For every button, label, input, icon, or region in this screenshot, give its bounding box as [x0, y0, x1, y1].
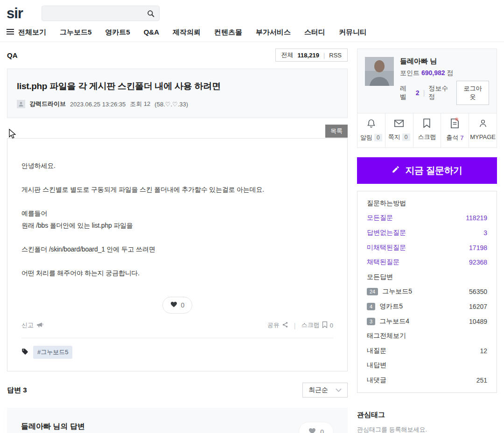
menu-label: 태그전체보기 — [367, 332, 406, 340]
nav-items: 그누보드5영카트5Q&A제작의뢰컨텐츠몰부가서비스스터디커뮤니티 — [60, 28, 367, 37]
menu-label: 그누보드5 — [382, 287, 412, 296]
sort-value: 최근순 — [308, 386, 328, 394]
bookmark-icon — [322, 321, 328, 329]
menu-count: 17198 — [469, 244, 487, 251]
report-button[interactable]: 신고 — [21, 321, 44, 329]
search-input[interactable] — [42, 9, 159, 17]
question-menu-item[interactable]: 태그전체보기 — [367, 328, 487, 343]
quick-alarm[interactable]: 알림0 — [357, 113, 385, 147]
share-button[interactable]: 공유 — [267, 321, 288, 329]
main-nav: 전체보기 그누보드5영카트5Q&A제작의뢰컨텐츠몰부가서비스스터디커뮤니티 — [0, 23, 504, 42]
hamburger-icon — [7, 28, 14, 36]
breadcrumb: QA — [7, 51, 18, 59]
search-box[interactable] — [42, 6, 160, 21]
nav-item[interactable]: 부가서비스 — [256, 28, 291, 37]
menu-count: 12 — [480, 347, 487, 355]
chevron-down-icon — [336, 386, 342, 394]
quick-scrap[interactable]: 스크랩 — [413, 113, 441, 147]
question-menu-item[interactable]: 모든질문 118219 — [367, 211, 487, 226]
like-count: 0 — [181, 301, 185, 309]
menu-label: 내답변 — [367, 361, 386, 370]
point-value: 690,982 — [421, 69, 445, 77]
menu-label: 채택된질문 — [367, 258, 399, 266]
question-menu-item[interactable]: 모든답변 — [367, 270, 487, 285]
search-icon[interactable] — [147, 9, 155, 20]
answer-count-badge: 4 — [367, 303, 375, 310]
separator: | — [423, 89, 425, 97]
interest-tags-empty: 관심태그를 등록해보세요. — [357, 426, 497, 433]
answer-count-badge: 24 — [367, 288, 378, 295]
question-menu-item[interactable]: 내댓글 251 — [367, 373, 487, 388]
menu-label: 답변없는질문 — [367, 229, 406, 237]
question-menu-item[interactable]: 채택된질문 92368 — [367, 255, 487, 270]
quick-mypage[interactable]: MYPAGE — [469, 113, 497, 147]
share-icon — [282, 321, 288, 329]
author-avatar-icon — [17, 100, 25, 108]
report-label: 신고 — [21, 321, 34, 329]
menu-label: 모든질문 — [367, 214, 393, 222]
ask-now-button[interactable]: 지금 질문하기 — [357, 157, 497, 184]
post-author[interactable]: 강력드라이브 — [29, 100, 66, 108]
logout-button[interactable]: 로그아웃 — [456, 81, 489, 105]
profile-name: 들레아빠 님 — [400, 57, 489, 66]
menu-label: 내질문 — [367, 347, 386, 355]
document-icon — [450, 122, 459, 130]
menu-count: 56350 — [469, 288, 487, 295]
nav-item[interactable]: 커뮤니티 — [339, 28, 367, 37]
menu-count: 10489 — [469, 318, 487, 325]
menu-label: 그누보드4 — [379, 317, 409, 326]
bookmark-icon — [423, 121, 431, 129]
question-menu-item[interactable]: 3 그누보드4 10489 — [367, 314, 487, 329]
sort-select[interactable]: 최근순 — [302, 383, 348, 398]
nav-item[interactable]: 스터디 — [304, 28, 325, 37]
menu-label: 영카트5 — [379, 302, 403, 311]
nav-item[interactable]: 컨텐츠몰 — [214, 28, 242, 37]
post-paragraph: 예를들어 — [21, 208, 333, 220]
profile-avatar[interactable] — [365, 57, 394, 86]
post-header: list.php 파일을 각 게시판 스킨폴더 내에 사용 하려면 강력드라이브… — [7, 69, 348, 118]
site-logo[interactable]: sir — [7, 6, 23, 21]
post-tag[interactable]: #그누보드5 — [33, 346, 72, 359]
person-icon — [478, 122, 488, 130]
question-menu-item[interactable]: 질문하는방법 — [367, 196, 487, 211]
menu-label: 질문하는방법 — [367, 199, 406, 208]
quick-attend[interactable]: 출석7 — [441, 113, 469, 147]
answer-like-count: 0 — [320, 428, 324, 433]
question-menu-item[interactable]: 24 그누보드5 56350 — [367, 285, 487, 300]
post-paragraphs: 안녕하세요.게시판 스킨별로 별도로 구동되게 파일을 스킨 폴더내에 추가할수… — [21, 160, 333, 279]
alarm-count: 0 — [374, 134, 382, 141]
scrap-button[interactable]: 스크랩 0 — [301, 321, 333, 329]
post-date: 2023.06.25 13:26:35 — [70, 101, 126, 108]
heart-icon — [308, 427, 316, 433]
question-menu-item[interactable]: 답변없는질문 3 — [367, 225, 487, 240]
post-paragraph — [21, 231, 333, 244]
tag-icon — [21, 348, 28, 357]
nav-item-all[interactable]: 전체보기 — [7, 28, 46, 37]
rss-link[interactable]: RSS — [329, 52, 342, 59]
quick-label: 알림 — [360, 133, 372, 142]
nav-item[interactable]: 제작의뢰 — [173, 28, 201, 37]
like-button[interactable]: 0 — [162, 297, 193, 314]
menu-count: 92368 — [469, 258, 487, 266]
quick-memo[interactable]: 쪽지0 — [385, 113, 413, 147]
total-count: 118,219 — [298, 52, 319, 59]
nav-item[interactable]: Q&A — [144, 28, 159, 37]
quick-label: 쪽지 — [388, 133, 400, 141]
post-paragraph: 스킨폴더 /skin/board/board_1 안에 두고 쓰려면 — [21, 244, 333, 256]
post-paragraph — [21, 172, 333, 184]
edit-info-link[interactable]: 정보수정 — [428, 84, 453, 101]
question-menu-item[interactable]: 내답변 — [367, 358, 487, 373]
separator: | — [294, 321, 296, 329]
question-menu-item[interactable]: 4 영카트5 16207 — [367, 299, 487, 314]
question-menu-item[interactable]: 미채택된질문 17198 — [367, 240, 487, 255]
nav-item[interactable]: 그누보드5 — [60, 28, 91, 37]
level-value: 2 — [416, 89, 420, 97]
point-unit: 점 — [447, 69, 453, 77]
mail-icon — [394, 121, 404, 129]
menu-count: 251 — [476, 377, 487, 384]
nav-item[interactable]: 영카트5 — [105, 28, 130, 37]
answer-like-button[interactable]: 0 — [299, 422, 334, 433]
post-paragraph: 원래 /bbs 폴더안에 있는 list.php 파일을 — [21, 220, 333, 232]
list-button[interactable]: 목록 — [325, 125, 348, 138]
question-menu-item[interactable]: 내질문 12 — [367, 343, 487, 358]
